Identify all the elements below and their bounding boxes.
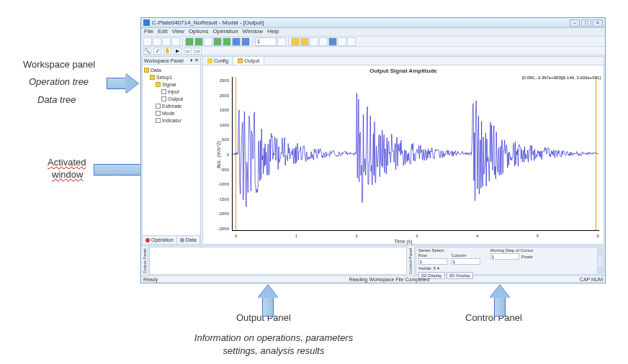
maximize-button[interactable]: □ (581, 19, 591, 27)
chart-title: Output Signal Amplitude (203, 68, 604, 74)
control-panel-label: Control Panel (408, 246, 415, 276)
main-tab-config[interactable]: Config (203, 57, 233, 65)
chart-area[interactable]: Output Signal Amplitude [0.050, -3.397e+… (203, 65, 604, 244)
menu-window[interactable]: Window (243, 28, 263, 36)
main-area: Config Output Output Signal Amplitude [0… (202, 56, 604, 245)
workspace-head-buttons[interactable]: ▾ ✕ (190, 58, 199, 63)
chart-xlabel: Time (s) (203, 239, 604, 244)
arrow-control-panel (490, 285, 510, 317)
ann-activated: Activated (48, 157, 86, 168)
btn-3d-display[interactable]: 3D Display (447, 272, 473, 279)
tab-operation[interactable]: Operation (143, 236, 177, 244)
tb2-right-icon[interactable]: ▶ (174, 47, 181, 55)
workspace-tree: Data Setup1 Signal Input Output Estimate… (143, 65, 200, 235)
tb-open-icon[interactable] (153, 37, 161, 46)
menu-options[interactable]: Options (189, 28, 209, 36)
workspace-panel: Workspace Panel ▾ ✕ Data Setup1 Signal I… (142, 56, 201, 245)
status-mid: Reading Workspace File Completed (349, 277, 429, 282)
cp-moving-input[interactable] (490, 253, 519, 260)
app-window: C-Plate040714_NoResult - Modal - [Output… (140, 17, 606, 283)
tree-data[interactable]: Data (144, 66, 199, 73)
ann-operation-tree: Operation tree (29, 76, 89, 87)
control-panel: Series Select Row Column Visible: 5 ▾ Mo… (416, 247, 604, 275)
tb-input[interactable] (255, 37, 277, 46)
close-button[interactable]: × (593, 19, 603, 27)
tb2-zoom-icon[interactable]: 🔍 (143, 47, 151, 55)
cp-scrollbar[interactable] (597, 248, 603, 273)
plot-box[interactable] (232, 77, 599, 231)
menu-view[interactable]: View (172, 28, 184, 36)
tb-play-icon[interactable] (213, 37, 222, 46)
cp-row-input[interactable] (418, 258, 447, 265)
menu-file[interactable]: File (144, 28, 153, 36)
ann-info-2: settings, analysis results (173, 345, 374, 356)
tb-spin-icon[interactable] (277, 37, 286, 46)
toolbar-secondary: 🔍 ⤢ ✋ ▶ ▭ ▭ (141, 47, 605, 55)
ann-activated-2: window (52, 169, 83, 180)
window-title: C-Plate040714_NoResult - Modal - [Output… (152, 19, 264, 26)
tb-b-icon[interactable] (300, 37, 309, 46)
tb2-rect-icon[interactable]: ▭ (184, 47, 192, 55)
cp-moving-label: Moving Step of Cursor (490, 248, 534, 252)
cp-col-input[interactable] (452, 258, 480, 265)
tree-signal[interactable]: Signal (156, 81, 199, 88)
tree-estimate[interactable]: Estimate (156, 102, 199, 109)
signal-plot (233, 77, 599, 230)
tb-stop-icon[interactable] (204, 37, 212, 46)
menubar: File Edit View Options Operation Window … (141, 28, 605, 37)
main-tabs: Config Output (203, 57, 604, 65)
config-tab-icon (207, 58, 212, 63)
menu-help[interactable]: Help (267, 28, 279, 36)
tree-input[interactable]: Input (161, 88, 199, 95)
tb-d-icon[interactable] (319, 37, 328, 46)
tb-print-icon[interactable] (171, 37, 180, 46)
tb-step2-icon[interactable] (241, 37, 250, 46)
chart-yticks: 250020001500 10005000 -500-1000-1500 -20… (212, 78, 229, 231)
tb2-hand-icon[interactable]: ✋ (163, 47, 171, 55)
output-tab-icon (238, 58, 243, 63)
cp-visible[interactable]: Visible: 5 ▾ (418, 265, 480, 270)
app-icon (143, 19, 150, 26)
titlebar: C-Plate040714_NoResult - Modal - [Output… (141, 18, 605, 28)
output-panel-label: Output Panel (141, 246, 148, 276)
tb-run2-icon[interactable] (194, 37, 203, 46)
tb-new-icon[interactable] (143, 37, 152, 46)
tb-step-icon[interactable] (232, 37, 241, 46)
tree-indicator[interactable]: Indicator (156, 117, 199, 124)
tb-f-icon[interactable] (338, 37, 346, 46)
cp-row-label: Row (418, 253, 447, 258)
main-tab-output[interactable]: Output (233, 57, 264, 65)
chart-xticks: 012 345 6 (235, 234, 599, 238)
menu-edit[interactable]: Edit (158, 28, 168, 36)
workspace-head: Workspace Panel ▾ ✕ (143, 57, 200, 65)
tb-a-icon[interactable] (291, 37, 300, 46)
cp-series-select: Series Select (418, 248, 480, 252)
arrow-operation-tree (107, 73, 138, 94)
toolbar (141, 37, 605, 47)
menu-operation[interactable]: Operation (212, 28, 238, 36)
ann-workspace-panel: Workspace panel (23, 59, 95, 70)
workspace-tabs: Operation Data (143, 235, 200, 244)
tb-e-icon[interactable] (328, 37, 337, 46)
cp-col-label: Column (452, 253, 480, 258)
ann-info-1: Information on operations, parameters (173, 332, 374, 343)
cp-pixels: Pixels (521, 255, 533, 259)
tb2-rect2-icon[interactable]: ▭ (194, 47, 202, 55)
ann-data-tree: Data tree (37, 94, 76, 105)
tb-save-icon[interactable] (162, 37, 171, 46)
workspace-head-label: Workspace Panel (144, 58, 184, 63)
tb-c-icon[interactable] (310, 37, 318, 46)
arrow-output-panel (258, 285, 278, 317)
tb-run-icon[interactable] (185, 37, 194, 46)
output-panel[interactable] (149, 247, 407, 275)
tree-setup[interactable]: Setup1 (150, 73, 199, 81)
tree-output[interactable]: Output (161, 95, 199, 102)
tb-play2-icon[interactable] (223, 37, 231, 46)
minimize-button[interactable]: – (570, 19, 580, 27)
status-left: Ready (143, 277, 158, 282)
tree-mode[interactable]: Mode (156, 109, 199, 117)
tb-g-icon[interactable] (347, 37, 356, 46)
data-dot-icon (180, 238, 184, 242)
tab-data[interactable]: Data (177, 236, 200, 244)
tb2-zoomout-icon[interactable]: ⤢ (153, 47, 161, 55)
